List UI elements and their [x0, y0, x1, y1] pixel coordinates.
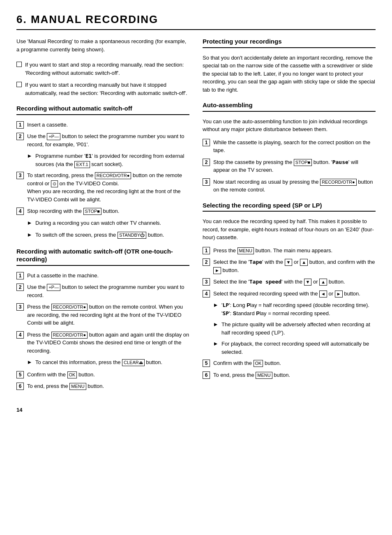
- step-text: Press the RECORD/OTR● button on the remo…: [27, 303, 189, 327]
- tip-text: During a recording you can watch other T…: [35, 219, 161, 227]
- btn-circle: ⊙: [51, 180, 58, 187]
- step-item: 4 Stop recording with the STOP■ button.: [16, 207, 189, 215]
- speed-text: You can reduce the recording speed by ha…: [203, 217, 376, 242]
- btn-standby: STANDBY⏻: [118, 232, 146, 239]
- step-text: Select the line 'Tape speed' with the ▼ …: [213, 278, 376, 286]
- tip-item: The picture quality will be adversely af…: [214, 321, 376, 337]
- step-num: 1: [16, 272, 24, 279]
- checkbox-item-1: If you want to start and stop a recordin…: [16, 61, 189, 77]
- step-text: Stop recording with the STOP■ button.: [27, 207, 189, 215]
- step-item: 1 Put a cassette in the machine.: [16, 272, 189, 280]
- step-item: 3 Select the line 'Tape speed' with the …: [203, 278, 376, 286]
- btn-down2: ▼: [304, 279, 312, 286]
- steps-right-3: 1 Press the MENU button. The main menu a…: [203, 247, 376, 379]
- step-item: 3 To start recording, press the RECORD/O…: [16, 171, 189, 203]
- tip-text: To switch off the screen, press the STAN…: [35, 231, 164, 239]
- section-title-right-3: Selecting the recording speed (SP or LP): [203, 201, 376, 212]
- tip-item: Programme number 'E1' is provided for re…: [28, 152, 189, 168]
- step-num: 1: [203, 139, 210, 146]
- btn-menu3: MENU: [256, 372, 272, 379]
- step-num: 2: [203, 159, 210, 166]
- step-num: 2: [16, 133, 24, 140]
- checkbox-item-2: If you want to start a recording manuall…: [16, 81, 189, 97]
- right-column: Protecting your recordings So that you d…: [203, 37, 376, 394]
- step-text: Insert a cassette.: [27, 121, 189, 129]
- auto-assembling-text: You can use the auto-assembling function…: [203, 118, 376, 134]
- step-text: Put a cassette in the machine.: [27, 272, 189, 280]
- tip-text: The picture quality will be adversely af…: [221, 321, 376, 337]
- svg-marker-0: [28, 155, 31, 158]
- btn-record: RECORD/OTR●: [95, 172, 131, 179]
- step-text: Select the line 'Tape' with the ▼ or ▲ b…: [213, 258, 376, 274]
- btn-menu2: MENU: [238, 247, 254, 254]
- step-item: 6 To end, press the MENU button.: [203, 371, 376, 379]
- step-text: To start recording, press the RECORD/OTR…: [27, 171, 189, 203]
- tip-arrow-icon: [28, 220, 33, 228]
- btn-stop2: STOP■: [294, 159, 312, 166]
- btn-ok: OK: [67, 371, 77, 378]
- step-num: 2: [16, 284, 24, 291]
- step-text: To end, press the MENU button.: [27, 382, 189, 390]
- step-text: Confirm with the OK button.: [213, 359, 376, 367]
- section-title-right-1: Protecting your recordings: [203, 37, 376, 48]
- tip-text: Programme number 'E1' is provided for re…: [35, 152, 189, 168]
- step-item: 3 Press the RECORD/OTR● button on the re…: [16, 303, 189, 327]
- tip-arrow-icon: [214, 302, 219, 310]
- btn-ext1: EXT.1: [74, 161, 90, 168]
- step-num: 1: [203, 247, 210, 254]
- step-text: Stop the cassette by pressing the STOP■ …: [213, 158, 376, 174]
- step-item: 4 Press the RECORD/OTR● button again and…: [16, 331, 189, 355]
- step-num: 3: [16, 303, 24, 311]
- svg-marker-3: [28, 361, 31, 364]
- page-number: 14: [16, 407, 376, 413]
- tip-text: 'LP': Long Play = half recording speed (…: [221, 301, 369, 317]
- tip-text: For playback, the correct recording spee…: [221, 340, 376, 356]
- step-item: 5 Confirm with the OK button.: [16, 371, 189, 379]
- steps-left-1: 1 Insert a cassette. 2 Use the +P— butto…: [16, 121, 189, 240]
- step-num: 3: [203, 178, 210, 186]
- svg-marker-6: [214, 342, 217, 346]
- step-item: 1 While the cassette is playing, search …: [203, 138, 376, 155]
- btn-left: ◄: [319, 291, 327, 297]
- tip-arrow-icon: [214, 321, 219, 330]
- step-text: Press the RECORD/OTR● button again and a…: [27, 331, 189, 355]
- step-num: 3: [203, 278, 210, 286]
- protecting-text: So that you don't accidentally delete an…: [203, 54, 376, 94]
- checkbox-label-2: If you want to start a recording manuall…: [25, 81, 189, 97]
- step-text: Now start recording as usual by pressing…: [213, 178, 376, 194]
- btn-menu: MENU: [69, 383, 86, 390]
- step-num: 4: [16, 208, 24, 215]
- tip-item: To cancel this information, press the CL…: [28, 358, 189, 367]
- tip-item: 'LP': Long Play = half recording speed (…: [214, 301, 376, 317]
- section-title-left-1: Recording without automatic switch-off: [16, 104, 189, 115]
- left-column: Use 'Manual Recording' to make a spontan…: [16, 37, 189, 394]
- intro-text: Use 'Manual Recording' to make a spontan…: [16, 37, 189, 53]
- svg-marker-5: [214, 323, 217, 326]
- tip-item: During a recording you can watch other T…: [28, 219, 189, 228]
- btn-clear: CLEAR⏏: [122, 359, 145, 366]
- svg-marker-2: [28, 233, 31, 237]
- svg-marker-4: [214, 304, 217, 307]
- step-item: 6 To end, press the MENU button.: [16, 382, 189, 390]
- step-num: 6: [203, 371, 210, 379]
- step-num: 4: [16, 331, 24, 339]
- tip-arrow-icon: [28, 232, 33, 240]
- step-item: 2 Use the +P— button to select the progr…: [16, 283, 189, 299]
- tip-arrow-icon: [28, 153, 33, 161]
- btn-record3: RECORD/OTR●: [320, 179, 357, 186]
- tip-item: To switch off the screen, press the STAN…: [28, 231, 189, 240]
- checkbox-1: [16, 62, 22, 67]
- step-text: Use the +P— button to select the program…: [27, 283, 189, 299]
- page-title: 6. MANUAL RECORDING: [16, 13, 376, 30]
- btn-right: ►: [213, 267, 221, 274]
- btn-down: ▼: [285, 259, 293, 266]
- btn-right2: ►: [335, 291, 343, 297]
- btn-stop: STOP■: [83, 208, 101, 215]
- step-item: 1 Insert a cassette.: [16, 121, 189, 129]
- section-title-right-2: Auto-assembling: [203, 101, 376, 112]
- step-item: 1 Press the MENU button. The main menu a…: [203, 247, 376, 255]
- step-num: 3: [16, 172, 24, 179]
- step-item: 2 Stop the cassette by pressing the STOP…: [203, 158, 376, 174]
- step-text: Use the +P— button to select the program…: [27, 132, 189, 148]
- step-num: 1: [16, 121, 24, 129]
